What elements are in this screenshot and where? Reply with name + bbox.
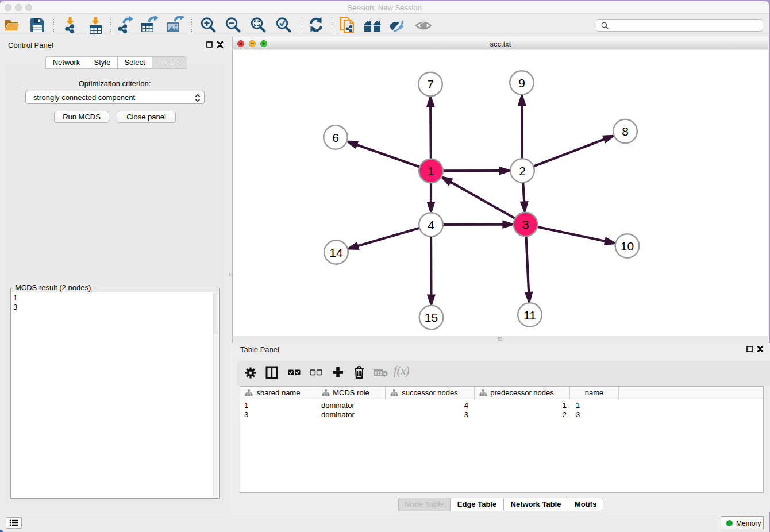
svg-text:4: 4 [428, 218, 434, 232]
svg-text:1: 1 [428, 164, 434, 178]
svg-text:11: 11 [523, 309, 536, 322]
svg-text:6: 6 [332, 131, 339, 144]
svg-text:3: 3 [522, 218, 529, 231]
svg-text:7: 7 [427, 78, 434, 91]
svg-text:9: 9 [518, 76, 525, 90]
svg-text:8: 8 [622, 125, 629, 138]
svg-text:10: 10 [621, 240, 634, 253]
svg-text:14: 14 [329, 246, 343, 259]
svg-text:2: 2 [519, 164, 526, 178]
svg-text:15: 15 [425, 311, 438, 324]
